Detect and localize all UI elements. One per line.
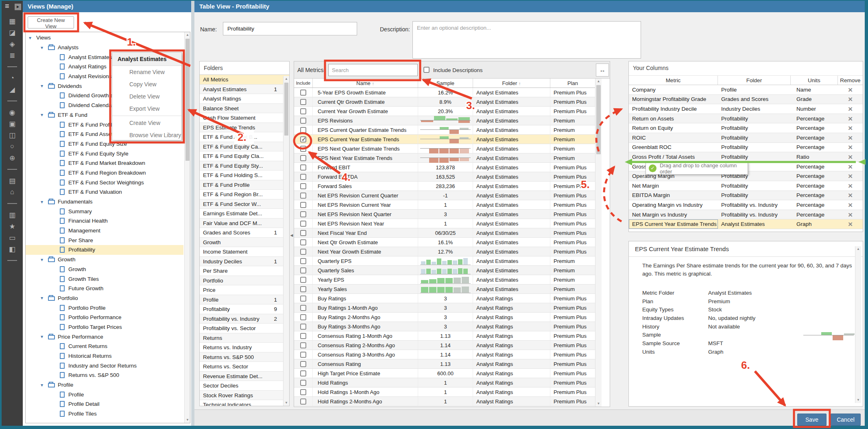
scroll-up-icon[interactable]: ▲ bbox=[595, 79, 602, 84]
tree-item[interactable]: Profile bbox=[26, 380, 183, 390]
col-folder[interactable]: Folder bbox=[718, 76, 791, 85]
caret-down-icon[interactable] bbox=[41, 199, 48, 205]
chart-box-icon[interactable]: ▤ bbox=[2, 175, 23, 186]
panel-divider[interactable] bbox=[191, 1, 194, 426]
col-sample[interactable]: Sample bbox=[418, 79, 473, 88]
folder-list-item[interactable]: Profitability vs. Industry 2 bbox=[200, 314, 289, 324]
metric-row[interactable]: EPS Current Quarter Estimate Trends Anal… bbox=[294, 125, 595, 135]
scroll-down-icon[interactable]: ▼ bbox=[595, 401, 602, 407]
include-checkbox[interactable] bbox=[300, 333, 306, 339]
include-checkbox[interactable] bbox=[300, 183, 306, 189]
include-checkbox[interactable] bbox=[300, 380, 306, 386]
metrics-scrollbar[interactable]: ▲ ▼ bbox=[595, 79, 602, 407]
metric-row[interactable]: Current Year Growth Estimate 20.3% Analy… bbox=[294, 107, 595, 116]
your-columns-row[interactable]: Net Margin vs Industry Profitability vs.… bbox=[629, 210, 863, 220]
folder-list-item[interactable]: Revenue Estimate Det... bbox=[200, 372, 289, 381]
metric-row[interactable]: Forward Sales 283,236 Analyst Estimates … bbox=[294, 182, 595, 191]
your-columns-row[interactable]: Return on Equity Profitability Percentag… bbox=[629, 123, 863, 133]
metric-row[interactable]: Net EPS Revision Next Year 1 Analyst Est… bbox=[294, 219, 595, 228]
remove-icon[interactable]: × bbox=[838, 181, 863, 190]
your-columns-row[interactable]: Gross Profit / Total Assets Profitabilit… bbox=[629, 152, 863, 162]
tree-item[interactable]: Analysts bbox=[26, 43, 183, 53]
scroll-down-icon[interactable]: ▼ bbox=[284, 400, 289, 406]
include-checkbox[interactable] bbox=[300, 277, 306, 283]
remove-icon[interactable]: × bbox=[838, 171, 863, 181]
tree-item[interactable]: Profile Tiles bbox=[26, 409, 183, 419]
caret-down-icon[interactable] bbox=[29, 35, 36, 41]
tree-item[interactable]: Per Share bbox=[26, 235, 183, 245]
folder-list-item[interactable]: Balance Sheet bbox=[200, 104, 289, 114]
caret-down-icon[interactable] bbox=[41, 112, 48, 118]
folder-list-item[interactable]: Industry Deciles 1 bbox=[200, 257, 289, 267]
tree-item[interactable]: Portfolio bbox=[26, 293, 183, 303]
your-columns-row[interactable]: ROIC Profitability Percentage × bbox=[629, 133, 863, 143]
metric-row[interactable]: EPS Next Quarter Estimate Trends Analyst… bbox=[294, 144, 595, 153]
caret-down-icon[interactable] bbox=[41, 334, 48, 339]
folder-list-item[interactable]: ETF & Fund Equity Ca... bbox=[200, 142, 289, 152]
include-checkbox[interactable] bbox=[300, 127, 306, 133]
folder-list-item[interactable]: Technical Indicators bbox=[200, 400, 289, 406]
tree-item[interactable]: Profile bbox=[26, 390, 183, 399]
folder-list-item[interactable]: Stock Rover Ratings bbox=[200, 391, 289, 401]
folder-list-item[interactable]: ETF & Fund Region Br... bbox=[200, 190, 289, 199]
your-columns-row[interactable]: EBITDA Margin Profitability Percentage × bbox=[629, 191, 863, 201]
scroll-up-icon[interactable]: ▲ bbox=[185, 32, 190, 38]
caret-down-icon[interactable] bbox=[41, 295, 48, 301]
binoculars-icon[interactable]: ◫ bbox=[2, 129, 23, 141]
your-columns-row[interactable]: Morningstar Profitability Grade Grades a… bbox=[629, 95, 863, 105]
table-icon[interactable]: ▦ bbox=[2, 15, 23, 27]
include-checkbox[interactable] bbox=[300, 90, 306, 96]
include-checkbox[interactable] bbox=[300, 389, 306, 395]
include-checkbox[interactable] bbox=[300, 324, 306, 330]
tree-item[interactable]: Summary bbox=[26, 206, 183, 216]
your-columns-row[interactable]: Profitability Industry Decile Industry D… bbox=[629, 104, 863, 114]
include-checkbox[interactable] bbox=[300, 361, 306, 367]
folder-list-item[interactable]: Returns vs. Industry bbox=[200, 343, 289, 352]
folder-list-item[interactable]: Profitability 9 bbox=[200, 304, 289, 314]
tree-item[interactable]: Portfolio Performance bbox=[26, 313, 183, 322]
metric-row[interactable]: Hold Ratings 1 Analyst Ratings Premium P… bbox=[294, 378, 595, 387]
your-columns-row[interactable]: EPS Current Year Estimate Trends Analyst… bbox=[629, 219, 863, 229]
metric-row[interactable]: Consensus Rating 2-Months Ago 1.14 Analy… bbox=[294, 341, 595, 350]
folder-list-item[interactable]: ETF & Fund Profile bbox=[200, 180, 289, 190]
include-checkbox[interactable] bbox=[300, 164, 306, 171]
folder-list-item[interactable]: Profile 1 bbox=[200, 295, 289, 305]
include-checkbox[interactable] bbox=[300, 136, 306, 142]
folder-list-item[interactable]: Returns vs. Sector bbox=[200, 362, 289, 372]
money-search-icon[interactable]: ◉ bbox=[2, 107, 23, 118]
metric-row[interactable]: Hold Ratings 2-Months Ago 1 Analyst Rati… bbox=[294, 397, 595, 406]
tree-item[interactable]: ETF & Fund Equity Style bbox=[26, 149, 183, 158]
your-columns-row[interactable]: Net Margin Profitability Percentage × bbox=[629, 181, 863, 191]
remove-icon[interactable]: × bbox=[838, 85, 863, 94]
context-menu-item[interactable]: Create View bbox=[112, 117, 181, 129]
include-checkbox[interactable] bbox=[300, 398, 306, 405]
include-checkbox[interactable] bbox=[300, 342, 306, 348]
context-menu-item[interactable]: Export View bbox=[112, 103, 181, 115]
detail-scrollbar[interactable]: ▲ ▼ bbox=[855, 246, 861, 403]
metric-row[interactable]: Forward EBITDA 163,525 Analyst Estimates… bbox=[294, 172, 595, 182]
caret-down-icon[interactable] bbox=[41, 83, 48, 89]
col-plan[interactable]: Plan bbox=[550, 79, 595, 88]
cancel-button[interactable]: Cancel bbox=[831, 414, 861, 426]
remove-icon[interactable]: × bbox=[838, 133, 863, 142]
folder-list-item[interactable]: Returns vs. S&P 500 bbox=[200, 352, 289, 362]
col-units[interactable]: Units bbox=[791, 76, 838, 85]
tree-item[interactable]: Portfolio Profile bbox=[26, 303, 183, 313]
include-checkbox[interactable] bbox=[300, 305, 306, 311]
include-checkbox[interactable] bbox=[300, 352, 306, 358]
tree-item[interactable]: Growth bbox=[26, 255, 183, 265]
folder-list-item[interactable]: Price bbox=[200, 285, 289, 295]
your-columns-row[interactable]: Return on Assets Profitability Percentag… bbox=[629, 114, 863, 124]
include-checkbox[interactable] bbox=[300, 295, 306, 302]
include-checkbox[interactable] bbox=[300, 155, 306, 161]
metric-row[interactable]: Consensus Rating 1-Month Ago 1.13 Analys… bbox=[294, 331, 595, 341]
book-icon[interactable]: ▭ bbox=[2, 232, 23, 243]
folders-scrollbar[interactable]: ▲ ▼ bbox=[283, 76, 289, 406]
include-checkbox[interactable] bbox=[300, 249, 306, 255]
remove-icon[interactable]: × bbox=[838, 142, 863, 152]
context-menu-item[interactable]: Rename View bbox=[112, 66, 181, 78]
list-indent-icon[interactable]: ≣ bbox=[2, 50, 23, 61]
col-folder[interactable]: Folder ↑ bbox=[473, 79, 550, 88]
tree-item[interactable]: Profitability bbox=[26, 245, 183, 255]
tree-item[interactable]: Current Returns bbox=[26, 341, 183, 351]
